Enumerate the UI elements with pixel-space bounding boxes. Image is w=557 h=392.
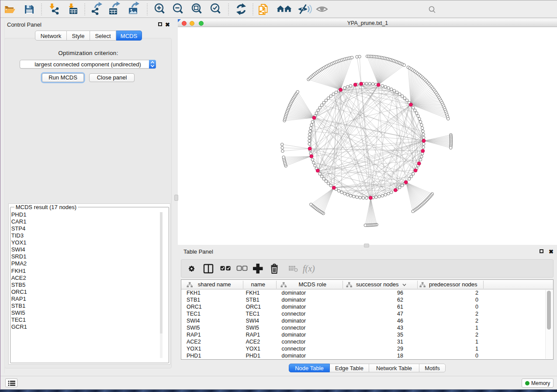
svg-text:f(x): f(x)	[303, 264, 315, 274]
